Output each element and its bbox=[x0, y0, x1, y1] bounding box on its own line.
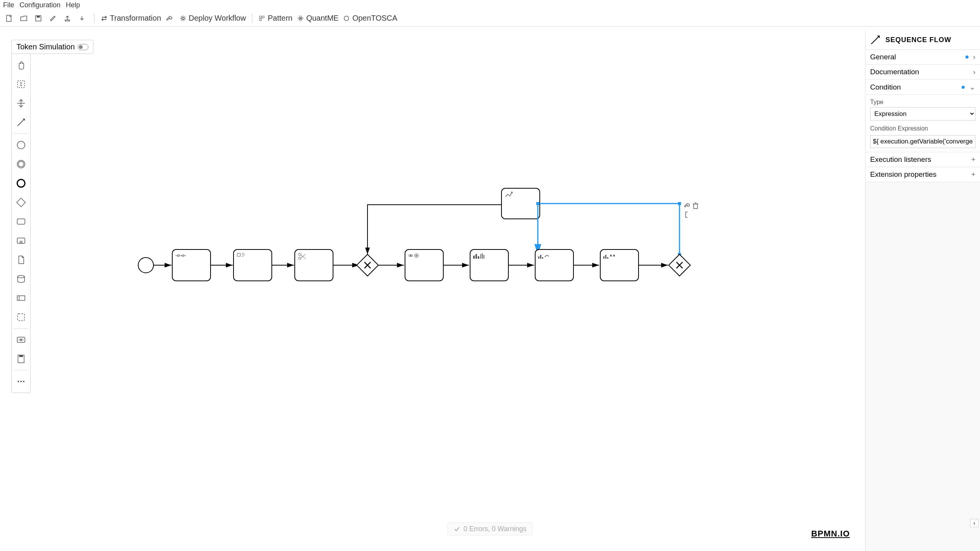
svg-point-39 bbox=[410, 255, 412, 256]
selection-handle[interactable] bbox=[678, 202, 681, 205]
download-button[interactable] bbox=[78, 15, 88, 22]
canvas[interactable] bbox=[0, 27, 865, 551]
svg-rect-49 bbox=[605, 255, 606, 259]
status-bar[interactable]: 0 Errors, 0 Warnings bbox=[447, 522, 533, 536]
condition-body: Type Expression Condition Expression bbox=[866, 95, 980, 152]
section-documentation[interactable]: Documentation › bbox=[866, 65, 980, 80]
modified-dot-icon bbox=[962, 86, 965, 89]
quantme-icon bbox=[297, 15, 304, 22]
svg-point-11 bbox=[344, 16, 349, 21]
transformation-button[interactable]: Transformation bbox=[101, 14, 161, 23]
plus-icon[interactable]: + bbox=[971, 155, 975, 164]
edit-button[interactable] bbox=[49, 15, 59, 22]
svg-rect-5 bbox=[260, 16, 261, 18]
extension-properties-label: Extension properties bbox=[870, 170, 936, 179]
status-text: 0 Errors, 0 Warnings bbox=[464, 525, 526, 533]
transformation-icon bbox=[101, 15, 108, 22]
svg-rect-7 bbox=[260, 19, 261, 21]
condition-expression-input[interactable] bbox=[870, 135, 975, 148]
sequence-flow-loop[interactable] bbox=[368, 205, 521, 254]
trash-context-icon[interactable] bbox=[693, 203, 698, 209]
condition-expression-label: Condition Expression bbox=[870, 125, 975, 132]
type-label: Type bbox=[870, 99, 975, 106]
chevron-down-icon: ⌄ bbox=[969, 83, 975, 91]
selected-sequence-flow[interactable] bbox=[538, 204, 679, 254]
condition-label: Condition bbox=[870, 83, 901, 91]
quantme-label: QuantME bbox=[306, 14, 338, 23]
section-condition[interactable]: Condition ⌄ bbox=[866, 80, 980, 95]
type-select[interactable]: Expression bbox=[870, 107, 975, 121]
menu-help[interactable]: Help bbox=[66, 1, 80, 9]
svg-rect-50 bbox=[607, 257, 608, 259]
quantme-button[interactable]: QuantME bbox=[297, 14, 338, 23]
deploy-workflow-button[interactable]: Deploy Workflow bbox=[180, 14, 246, 23]
task-4[interactable] bbox=[405, 249, 443, 281]
chevron-right-icon: › bbox=[973, 520, 975, 526]
chevron-right-icon: › bbox=[973, 53, 975, 61]
svg-rect-46 bbox=[540, 255, 541, 259]
pattern-icon bbox=[258, 15, 265, 22]
properties-title: SEQUENCE FLOW bbox=[885, 36, 951, 44]
config-tool-button[interactable] bbox=[166, 15, 175, 22]
separator bbox=[94, 14, 95, 23]
upload-button[interactable] bbox=[64, 15, 74, 22]
menu-configuration[interactable]: Configuration bbox=[20, 1, 60, 9]
sequence-flow-icon bbox=[870, 35, 881, 46]
new-file-button[interactable] bbox=[5, 15, 15, 22]
task-2[interactable] bbox=[234, 249, 272, 281]
menubar: File Configuration Help bbox=[0, 0, 980, 10]
modified-dot-icon bbox=[965, 55, 969, 59]
bpmn-io-logo[interactable]: BPMN.IO bbox=[811, 529, 850, 539]
task-3[interactable] bbox=[295, 249, 333, 281]
opentosca-icon bbox=[343, 15, 350, 22]
general-label: General bbox=[870, 53, 896, 61]
save-icon bbox=[34, 15, 42, 22]
wrench-context-icon[interactable] bbox=[684, 204, 689, 207]
documentation-label: Documentation bbox=[870, 68, 919, 76]
save-button[interactable] bbox=[34, 15, 44, 22]
wrench-icon bbox=[166, 15, 173, 22]
svg-rect-6 bbox=[262, 16, 264, 18]
plus-icon[interactable]: + bbox=[971, 170, 975, 179]
svg-rect-48 bbox=[603, 256, 604, 259]
svg-rect-45 bbox=[538, 256, 539, 259]
svg-rect-3 bbox=[65, 20, 70, 21]
opentosca-button[interactable]: OpenTOSCA bbox=[343, 14, 397, 23]
properties-header: SEQUENCE FLOW bbox=[866, 31, 980, 50]
check-icon bbox=[454, 526, 461, 533]
selection-handle[interactable] bbox=[536, 202, 539, 205]
section-extension-properties[interactable]: Extension properties + bbox=[866, 167, 980, 182]
file-icon bbox=[5, 15, 13, 22]
svg-point-4 bbox=[182, 17, 184, 20]
svg-rect-2 bbox=[37, 16, 40, 18]
context-pad bbox=[684, 203, 698, 217]
svg-rect-47 bbox=[542, 257, 543, 259]
download-icon bbox=[78, 15, 86, 22]
chevron-right-icon: › bbox=[973, 68, 975, 76]
pattern-button[interactable]: Pattern bbox=[258, 14, 292, 23]
transformation-label: Transformation bbox=[110, 14, 161, 23]
execution-listeners-label: Execution listeners bbox=[870, 155, 931, 164]
deploy-label: Deploy Workflow bbox=[189, 14, 246, 23]
task-1[interactable] bbox=[172, 249, 211, 281]
bpmn-diagram bbox=[0, 27, 865, 551]
task-optimizer[interactable] bbox=[501, 188, 540, 219]
toolbar: Transformation Deploy Workflow Pattern Q… bbox=[0, 10, 980, 27]
separator bbox=[252, 14, 252, 23]
section-execution-listeners[interactable]: Execution listeners + bbox=[866, 152, 980, 167]
task-7[interactable] bbox=[600, 249, 639, 281]
svg-rect-42 bbox=[473, 256, 475, 259]
task-6[interactable] bbox=[535, 249, 573, 281]
svg-point-8 bbox=[300, 18, 301, 19]
annotation-context-icon[interactable] bbox=[686, 212, 688, 217]
svg-rect-43 bbox=[475, 254, 477, 259]
section-general[interactable]: General › bbox=[866, 50, 980, 65]
opentosca-label: OpenTOSCA bbox=[352, 14, 397, 23]
collapse-panel-button[interactable]: › bbox=[970, 519, 978, 527]
open-file-button[interactable] bbox=[20, 15, 30, 22]
start-event[interactable] bbox=[138, 258, 154, 273]
svg-rect-51 bbox=[694, 204, 697, 209]
svg-rect-44 bbox=[478, 256, 479, 259]
menu-file[interactable]: File bbox=[3, 1, 14, 9]
upload-icon bbox=[64, 15, 71, 22]
